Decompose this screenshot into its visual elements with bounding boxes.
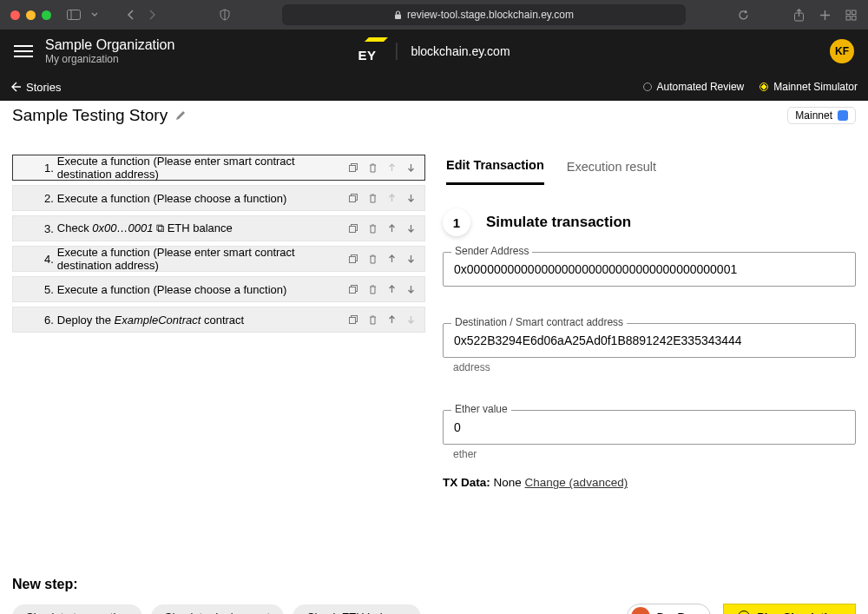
move-down-icon[interactable] xyxy=(405,223,416,234)
url-text: review-tool.stage.blockchain.ey.com xyxy=(407,9,574,21)
new-step-chip[interactable]: Simulate transaction xyxy=(12,604,142,614)
window-controls xyxy=(10,10,51,20)
shield-icon[interactable] xyxy=(218,8,232,22)
move-up-icon[interactable] xyxy=(386,223,397,234)
steps-panel: 1.Execute a function (Please enter smart… xyxy=(12,155,425,614)
move-down-icon[interactable] xyxy=(405,254,416,264)
delete-icon[interactable] xyxy=(367,162,378,173)
svg-rect-2 xyxy=(395,14,401,19)
delete-icon[interactable] xyxy=(367,223,378,234)
sub-header: Stories Automated Review Mainnet Simulat… xyxy=(0,73,868,101)
ether-hint: ether xyxy=(443,448,856,460)
delete-icon[interactable] xyxy=(367,284,378,294)
step-number: 2. xyxy=(44,192,54,205)
delete-icon[interactable] xyxy=(367,254,378,264)
move-up-icon[interactable] xyxy=(386,314,397,325)
radio-on-icon xyxy=(760,83,768,91)
step-label: Deploy the ExampleContract contract xyxy=(57,314,244,327)
ether-label: Ether value xyxy=(451,403,511,415)
tx-data-row: TX Data: None Change (advanced) xyxy=(443,476,856,489)
copy-icon[interactable] xyxy=(348,162,358,173)
move-down-icon[interactable] xyxy=(405,162,416,173)
sender-address-input[interactable] xyxy=(443,252,856,287)
new-step-chip[interactable]: Check ETH balance xyxy=(293,604,421,614)
step-row[interactable]: 1.Execute a function (Please enter smart… xyxy=(12,155,425,181)
copy-icon[interactable] xyxy=(348,193,358,203)
step-number: 5. xyxy=(44,283,54,296)
edit-icon[interactable] xyxy=(174,109,187,122)
toggle-icon xyxy=(631,607,650,614)
move-up-icon[interactable] xyxy=(386,254,397,264)
move-down-icon[interactable] xyxy=(405,284,416,294)
nav-back-icon[interactable] xyxy=(124,8,138,22)
play-simulation-button[interactable]: Play Simulation xyxy=(723,604,856,614)
copy-icon[interactable] xyxy=(348,254,358,264)
chevron-down-icon[interactable] xyxy=(88,8,102,22)
tab-grid-icon[interactable] xyxy=(844,8,858,22)
address-bar[interactable]: review-tool.stage.blockchain.ey.com xyxy=(282,4,686,25)
destination-address-input[interactable] xyxy=(443,323,856,358)
nav-forward-icon[interactable] xyxy=(145,8,159,22)
tab-edit-transaction[interactable]: Edit Transaction xyxy=(446,158,544,185)
copy-icon[interactable] xyxy=(348,284,358,294)
ether-value-input[interactable] xyxy=(443,410,856,445)
new-step-chip[interactable]: Simulate deployment xyxy=(151,604,284,614)
step-row[interactable]: 4.Execute a function (Please enter smart… xyxy=(12,246,425,272)
step-row[interactable]: 5.Execute a function (Please choose a fu… xyxy=(12,276,425,302)
tx-data-change-link[interactable]: Change (advanced) xyxy=(525,476,628,489)
panel-title: Simulate transaction xyxy=(486,214,631,231)
back-to-stories-link[interactable]: Stories xyxy=(10,81,61,94)
browser-chrome: review-tool.stage.blockchain.ey.com xyxy=(0,0,868,30)
step-row[interactable]: 2.Execute a function (Please choose a fu… xyxy=(12,185,425,211)
menu-icon[interactable] xyxy=(14,45,33,57)
move-up-icon[interactable] xyxy=(386,284,397,294)
destination-hint: address xyxy=(443,361,856,373)
new-tab-icon[interactable] xyxy=(818,8,832,22)
delete-icon[interactable] xyxy=(367,314,378,325)
brand-text: blockchain.ey.com xyxy=(411,44,510,58)
radio-off-icon xyxy=(643,83,652,91)
avatar[interactable]: KF xyxy=(830,39,854,63)
svg-rect-4 xyxy=(846,10,851,15)
step-number: 4. xyxy=(44,253,54,266)
sidebar-toggle-icon[interactable] xyxy=(67,8,81,22)
minimize-window-icon[interactable] xyxy=(26,10,36,20)
svg-rect-6 xyxy=(846,16,851,20)
svg-rect-15 xyxy=(349,256,355,262)
network-badge[interactable]: Mainnet xyxy=(787,107,856,124)
step-row[interactable]: 3.Check 0x00…0001 ⧉ ETH balance xyxy=(12,215,425,241)
svg-rect-5 xyxy=(852,10,856,15)
refresh-icon[interactable] xyxy=(736,8,750,22)
new-step-heading: New step: xyxy=(12,577,425,592)
copy-icon[interactable] xyxy=(348,223,358,234)
network-icon xyxy=(838,110,848,121)
maximize-window-icon[interactable] xyxy=(42,10,51,20)
step-row[interactable]: 6.Deploy the ExampleContract contract xyxy=(12,307,425,333)
svg-rect-19 xyxy=(349,317,355,323)
step-label: Execute a function (Please choose a func… xyxy=(57,283,287,296)
step-label: Check 0x00…0001 ⧉ ETH balance xyxy=(57,221,233,235)
app-header: Sample Organization My organization EY b… xyxy=(0,30,868,73)
close-window-icon[interactable] xyxy=(10,10,20,20)
play-icon xyxy=(738,611,750,614)
move-down-icon xyxy=(405,314,416,325)
story-title: Sample Testing Story xyxy=(12,106,187,125)
dry-run-toggle[interactable]: Dry Run xyxy=(627,604,712,614)
svg-rect-7 xyxy=(852,16,856,20)
mainnet-simulator-toggle[interactable]: Mainnet Simulator xyxy=(760,81,858,93)
step-number-badge: 1 xyxy=(443,208,470,236)
tab-execution-result[interactable]: Execution result xyxy=(567,160,656,184)
org-block[interactable]: Sample Organization My organization xyxy=(45,36,174,66)
sender-label: Sender Address xyxy=(451,245,532,257)
copy-icon[interactable] xyxy=(348,314,358,325)
panel-tabs: Edit Transaction Execution result xyxy=(443,155,856,189)
move-down-icon[interactable] xyxy=(405,193,416,203)
automated-review-toggle[interactable]: Automated Review xyxy=(643,81,745,93)
share-icon[interactable] xyxy=(792,8,806,22)
delete-icon[interactable] xyxy=(367,193,378,203)
org-subtitle: My organization xyxy=(45,53,174,65)
svg-rect-13 xyxy=(349,226,355,232)
destination-address-field: Destination / Smart contract address add… xyxy=(443,323,856,373)
panel-heading: 1 Simulate transaction xyxy=(443,208,856,236)
new-step-section: New step: Simulate transactionSimulate d… xyxy=(12,577,425,614)
